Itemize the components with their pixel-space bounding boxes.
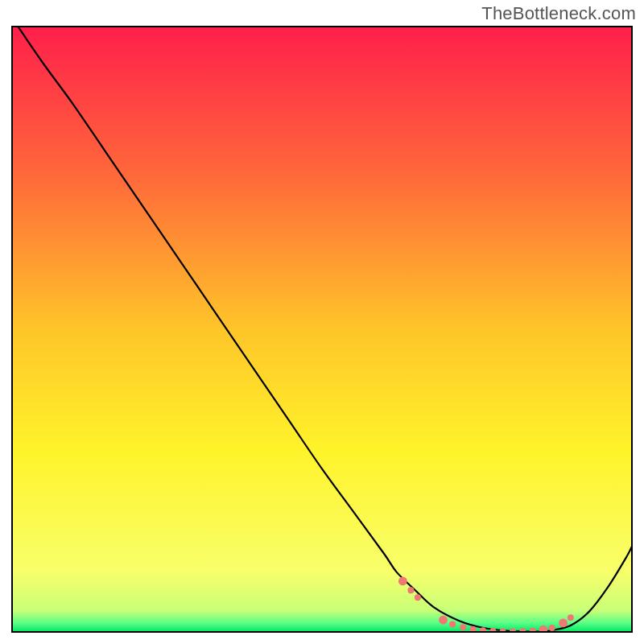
- valley-dot: [439, 616, 448, 625]
- valley-dot: [398, 577, 407, 586]
- valley-dot: [449, 621, 456, 627]
- gradient-background: [12, 27, 632, 632]
- valley-dot: [407, 587, 414, 593]
- valley-dot: [415, 594, 421, 601]
- chart-stage: TheBottleneck.com: [0, 0, 644, 644]
- valley-dot: [549, 625, 555, 631]
- valley-dot: [559, 619, 568, 628]
- chart-frame: [11, 26, 633, 633]
- watermark-text: TheBottleneck.com: [481, 3, 636, 24]
- valley-dot: [460, 624, 466, 630]
- valley-dot: [568, 614, 574, 621]
- bottleneck-chart: [11, 26, 633, 633]
